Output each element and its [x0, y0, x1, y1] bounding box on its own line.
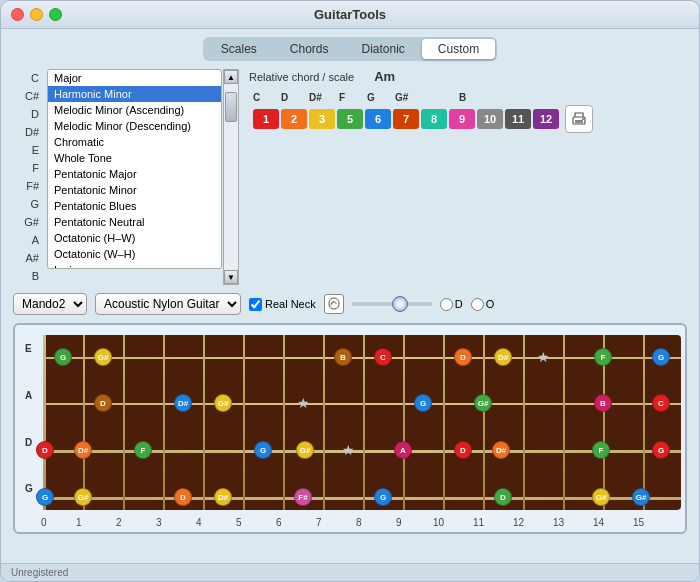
string-E-label: E	[25, 343, 32, 354]
scale-harmonic-minor[interactable]: Harmonic Minor	[48, 86, 221, 102]
string-D-label: D	[25, 437, 32, 448]
scale-penta-neutral[interactable]: Pentatonic Neutral	[48, 214, 221, 230]
instrument2-select[interactable]: Acoustic Nylon Guitar Acoustic Steel Gui…	[95, 293, 241, 315]
slider-container	[352, 302, 432, 306]
real-neck-checkbox[interactable]	[249, 298, 262, 311]
cbox-6[interactable]: 6	[365, 109, 391, 129]
right-panel: Relative chord / scale Am C D D# F G G#	[249, 69, 687, 285]
note-labels-row: C D D# F G G# B	[253, 92, 687, 103]
cbox-10[interactable]: 10	[477, 109, 503, 129]
chord-scale-label: Relative chord / scale	[249, 71, 354, 83]
fret-num-0: 0	[41, 517, 47, 528]
fret-num-2: 2	[116, 517, 122, 528]
dot-a-4: G#	[214, 394, 232, 412]
note-C[interactable]: C	[13, 69, 43, 87]
dot-a-3: D#	[174, 394, 192, 412]
dot-e-0: G	[54, 348, 72, 366]
maximize-button[interactable]	[49, 8, 62, 21]
dot-d-0: D	[36, 441, 54, 459]
note-label-B: B	[459, 92, 479, 103]
scale-octa-hw[interactable]: Octatonic (H–W)	[48, 230, 221, 246]
cbox-11[interactable]: 11	[505, 109, 531, 129]
tab-chords[interactable]: Chords	[274, 39, 345, 59]
fingerprint-button[interactable]	[324, 294, 344, 314]
note-Cs[interactable]: C#	[13, 87, 43, 105]
note-F[interactable]: F	[13, 159, 43, 177]
dot-g-0: G	[36, 488, 54, 506]
note-A[interactable]: A	[13, 231, 43, 249]
cbox-9[interactable]: 9	[449, 109, 475, 129]
real-neck-label: Real Neck	[265, 298, 316, 310]
dot-a-1: D	[94, 394, 112, 412]
string-G	[43, 497, 681, 500]
dot-e-11: D#	[494, 348, 512, 366]
cbox-12[interactable]: 12	[533, 109, 559, 129]
note-label-C: C	[253, 92, 273, 103]
string-A-label: A	[25, 390, 32, 401]
dot-a-14: B	[594, 394, 612, 412]
radio-d[interactable]	[440, 298, 453, 311]
scale-list-container: Major Harmonic Minor Melodic Minor (Asce…	[47, 69, 222, 269]
scale-penta-blues[interactable]: Pentatonic Blues	[48, 198, 221, 214]
fret-3	[163, 335, 165, 510]
fret-5	[243, 335, 245, 510]
note-D[interactable]: D	[13, 105, 43, 123]
scale-penta-major[interactable]: Pentatonic Major	[48, 166, 221, 182]
fret-num-15: 15	[633, 517, 644, 528]
scroll-down-button[interactable]: ▼	[224, 270, 238, 284]
instrument1-select[interactable]: Mando2 Mando1 Guitar	[13, 293, 87, 315]
scale-melodic-asc[interactable]: Melodic Minor (Ascending)	[48, 102, 221, 118]
note-G[interactable]: G	[13, 195, 43, 213]
slider-track[interactable]	[352, 302, 432, 306]
scale-chromatic[interactable]: Chromatic	[48, 134, 221, 150]
note-E[interactable]: E	[13, 141, 43, 159]
radio-group: D O	[440, 298, 495, 311]
fret-num-1: 1	[76, 517, 82, 528]
dot-e-7: B	[334, 348, 352, 366]
minimize-button[interactable]	[30, 8, 43, 21]
scale-major[interactable]: Major	[48, 70, 221, 86]
cbox-8[interactable]: 8	[421, 109, 447, 129]
scale-octa-wh[interactable]: Octatonic (W–H)	[48, 246, 221, 262]
scale-list[interactable]: Major Harmonic Minor Melodic Minor (Asce…	[48, 70, 221, 268]
dot-d-1: D#	[74, 441, 92, 459]
fret-num-7: 7	[316, 517, 322, 528]
dot-d-9: A	[394, 441, 412, 459]
dot-g-15: G#	[632, 488, 650, 506]
note-B[interactable]: B	[13, 267, 43, 285]
note-label-D: D	[281, 92, 301, 103]
note-Ds[interactable]: D#	[13, 123, 43, 141]
note-label-G: G	[367, 92, 387, 103]
note-Gs[interactable]: G#	[13, 213, 43, 231]
radio-o-label[interactable]: O	[471, 298, 495, 311]
dot-a-9: G	[414, 394, 432, 412]
tab-diatonic[interactable]: Diatonic	[346, 39, 421, 59]
note-Fs[interactable]: F#	[13, 177, 43, 195]
scale-whole-tone[interactable]: Whole Tone	[48, 150, 221, 166]
print-button[interactable]	[565, 105, 593, 133]
slider-thumb[interactable]	[392, 296, 408, 312]
radio-o[interactable]	[471, 298, 484, 311]
cbox-3[interactable]: 3	[309, 109, 335, 129]
real-neck-checkbox-label[interactable]: Real Neck	[249, 298, 316, 311]
cbox-2[interactable]: 2	[281, 109, 307, 129]
fret-1	[83, 335, 85, 510]
fret-num-10: 10	[433, 517, 444, 528]
scroll-thumb[interactable]	[225, 92, 237, 122]
close-button[interactable]	[11, 8, 24, 21]
tab-custom[interactable]: Custom	[422, 39, 495, 59]
cbox-1[interactable]: 1	[253, 109, 279, 129]
cbox-7[interactable]: 7	[393, 109, 419, 129]
note-As[interactable]: A#	[13, 249, 43, 267]
dot-d-14: F	[592, 441, 610, 459]
radio-d-label[interactable]: D	[440, 298, 463, 311]
scale-penta-minor[interactable]: Pentatonic Minor	[48, 182, 221, 198]
scale-ionian[interactable]: Ionian	[48, 262, 221, 268]
scale-melodic-desc[interactable]: Melodic Minor (Descending)	[48, 118, 221, 134]
scroll-up-button[interactable]: ▲	[224, 70, 238, 84]
cbox-5[interactable]: 5	[337, 109, 363, 129]
dot-e-10: D	[454, 348, 472, 366]
status-bar: Unregistered	[1, 563, 699, 581]
tab-scales[interactable]: Scales	[205, 39, 273, 59]
fret-num-11: 11	[473, 517, 484, 528]
